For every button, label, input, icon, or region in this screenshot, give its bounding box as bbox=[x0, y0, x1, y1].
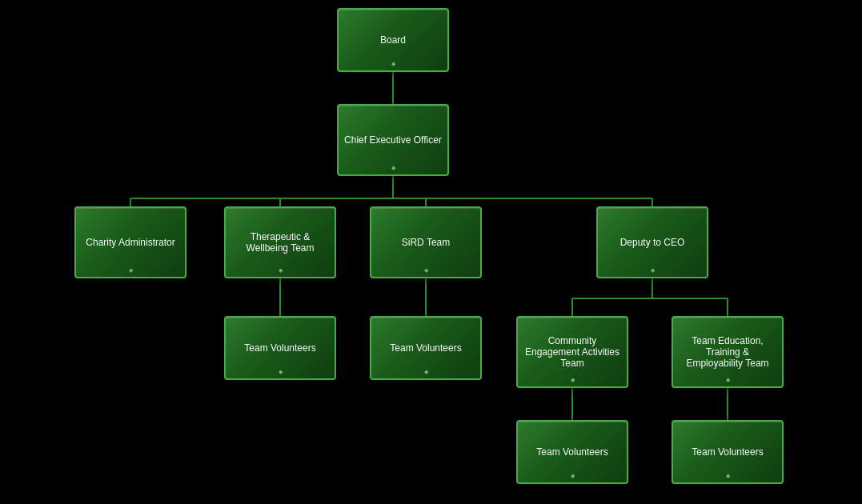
therapeutic-volunteers-label: Team Volunteers bbox=[244, 342, 315, 354]
therapeutic-volunteers-node[interactable]: Team Volunteers bbox=[224, 316, 336, 380]
ceo-label: Chief Executive Officer bbox=[344, 134, 442, 146]
sird-label: SiRD Team bbox=[402, 237, 450, 248]
education-volunteers-node[interactable]: Team Volunteers bbox=[672, 420, 784, 484]
deputy-ceo-node[interactable]: Deputy to CEO bbox=[596, 206, 708, 278]
sird-volunteers-node[interactable]: Team Volunteers bbox=[370, 316, 482, 380]
ceo-node[interactable]: Chief Executive Officer bbox=[337, 104, 449, 176]
org-chart: Board Chief Executive Officer Charity Ad… bbox=[0, 0, 862, 504]
community-volunteers-node[interactable]: Team Volunteers bbox=[516, 420, 628, 484]
sird-node[interactable]: SiRD Team bbox=[370, 206, 482, 278]
board-node[interactable]: Board bbox=[337, 8, 449, 72]
deputy-ceo-label: Deputy to CEO bbox=[620, 237, 685, 248]
therapeutic-node[interactable]: Therapeutic & Wellbeing Team bbox=[224, 206, 336, 278]
therapeutic-label: Therapeutic & Wellbeing Team bbox=[231, 231, 330, 254]
community-engagement-label: Community Engagement Activities Team bbox=[523, 335, 622, 369]
charity-admin-label: Charity Administrator bbox=[86, 237, 174, 248]
charity-admin-node[interactable]: Charity Administrator bbox=[74, 206, 186, 278]
community-volunteers-label: Team Volunteers bbox=[536, 446, 607, 458]
board-label: Board bbox=[380, 34, 406, 46]
team-education-label: Team Education, Training & Employability… bbox=[678, 335, 777, 369]
team-education-node[interactable]: Team Education, Training & Employability… bbox=[672, 316, 784, 388]
education-volunteers-label: Team Volunteers bbox=[692, 446, 763, 458]
community-engagement-node[interactable]: Community Engagement Activities Team bbox=[516, 316, 628, 388]
sird-volunteers-label: Team Volunteers bbox=[390, 342, 461, 354]
